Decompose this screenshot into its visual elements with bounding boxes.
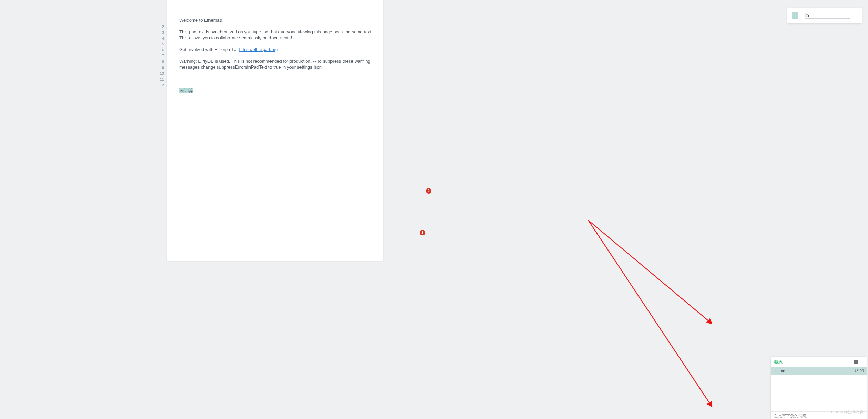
line-number: 4	[155, 35, 164, 41]
line-number: 2	[155, 24, 164, 30]
chat-title: 聊天	[774, 359, 783, 365]
etherpad-link[interactable]: https://etherpad.org	[239, 47, 278, 52]
annotation-badge-1: 1	[420, 230, 425, 235]
pad-line[interactable]	[179, 23, 373, 29]
pad-line[interactable]	[179, 70, 373, 76]
pad-line[interactable]	[179, 82, 373, 88]
line-number-gutter: 123456789101112	[155, 0, 167, 88]
chat-minimize-icon[interactable]	[860, 362, 863, 362]
pad-body[interactable]: Welcome to Etherpad!This pad text is syn…	[179, 17, 373, 99]
line-number: 11	[155, 76, 164, 82]
line-number: 12	[155, 82, 164, 88]
line-number: 3	[155, 30, 164, 35]
annotation-overlay	[0, 0, 868, 419]
chat-header[interactable]: 聊天	[771, 357, 867, 367]
line-number: 1	[155, 18, 164, 24]
line-number: 6	[155, 47, 164, 53]
pad-line[interactable]: Get involved with Etherpad at https://et…	[179, 47, 373, 52]
watermark: CSDN @江湖有缘	[831, 410, 864, 415]
chat-message-time: 18:09	[854, 369, 864, 374]
chat-message-text: lisi: aa	[774, 369, 785, 374]
chat-messages: lisi: aa18:09	[771, 367, 867, 411]
user-color-swatch[interactable]	[792, 12, 798, 19]
highlighted-text[interactable]: 云计算	[179, 88, 193, 93]
pad-line[interactable]: This pad text is synchronized as you typ…	[179, 29, 373, 41]
chat-pin-icon[interactable]	[854, 360, 858, 364]
line-number: 10	[155, 71, 164, 76]
line-number: 8	[155, 59, 164, 65]
pad-line[interactable]	[179, 52, 373, 58]
pad-line[interactable]	[179, 76, 373, 82]
line-number: 9	[155, 65, 164, 71]
line-number: 7	[155, 53, 164, 59]
svg-line-1	[588, 220, 712, 324]
pad-line[interactable]: Welcome to Etherpad!	[179, 17, 373, 23]
pad-line[interactable]	[179, 41, 373, 47]
pad-line[interactable]: 云计算	[179, 88, 373, 93]
editor-pad[interactable]: 123456789101112 Welcome to Etherpad!This…	[167, 0, 383, 261]
annotation-badge-2: 2	[426, 188, 431, 194]
chat-message: lisi: aa18:09	[771, 367, 867, 375]
svg-line-0	[588, 220, 712, 407]
user-popover	[787, 8, 862, 23]
pad-line[interactable]: Warning: DirtyDB is used. This is not re…	[179, 58, 373, 70]
pad-line[interactable]	[179, 93, 373, 99]
user-name-input[interactable]	[805, 12, 850, 19]
line-number: 5	[155, 41, 164, 47]
